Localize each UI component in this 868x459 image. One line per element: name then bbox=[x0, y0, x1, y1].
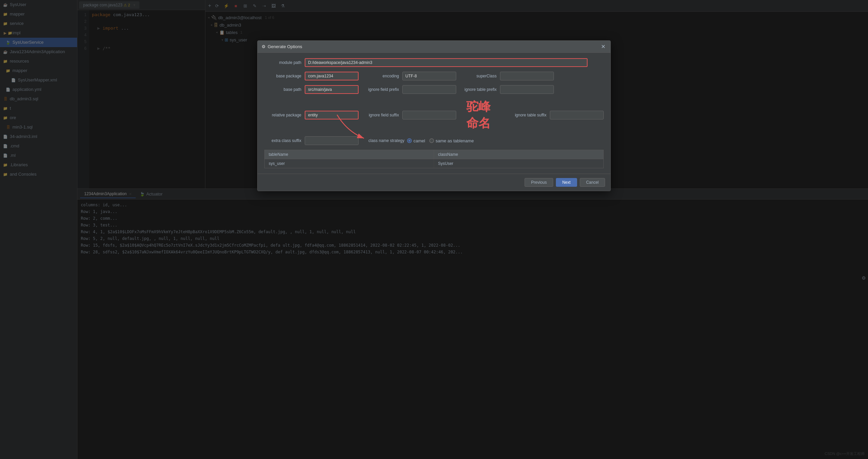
encoding-input[interactable] bbox=[402, 72, 456, 80]
radio-camel[interactable]: camel bbox=[407, 138, 425, 143]
table-header: tableName className bbox=[265, 150, 603, 159]
modal-icon: ⚙ bbox=[261, 44, 266, 49]
relative-package-row: relative package ignore field suffix 驼峰命… bbox=[264, 99, 604, 132]
super-class-input[interactable] bbox=[500, 72, 554, 80]
class-name-strategy-label: class name strategy bbox=[367, 138, 404, 143]
super-class-label: superClass bbox=[460, 74, 497, 78]
base-path-input[interactable] bbox=[305, 85, 359, 94]
previous-button[interactable]: Previous bbox=[525, 178, 553, 187]
module-path-input[interactable] bbox=[305, 58, 588, 67]
base-package-label: base package bbox=[264, 74, 301, 78]
radio-camel-label: camel bbox=[413, 138, 425, 143]
ignore-table-suffix-input[interactable] bbox=[550, 111, 604, 120]
ignore-field-prefix-label: ignore field prefix bbox=[362, 87, 399, 92]
generate-options-modal: ⚙ Generate Options ✕ module path base pa… bbox=[257, 40, 611, 191]
extra-class-suffix-label: extra class suffix bbox=[264, 138, 301, 143]
relative-package-label: relative package bbox=[264, 113, 301, 118]
base-package-row: base package encoding superClass bbox=[264, 72, 604, 80]
cancel-button[interactable]: Cancel bbox=[580, 178, 605, 187]
radio-same-as-tablename[interactable]: same as tablename bbox=[429, 138, 474, 143]
table-header-classname: className bbox=[434, 150, 603, 159]
table-header-tablename: tableName bbox=[265, 150, 434, 159]
annotation-container: 驼峰命名 bbox=[466, 99, 499, 132]
module-path-row: module path bbox=[264, 58, 604, 67]
class-name-strategy-container: class name strategy camel same as tablen… bbox=[367, 138, 474, 143]
modal-overlay: ⚙ Generate Options ✕ module path base pa… bbox=[0, 0, 868, 459]
module-path-label: module path bbox=[264, 60, 301, 65]
modal-close-button[interactable]: ✕ bbox=[600, 43, 607, 50]
modal-footer: Previous Next Cancel bbox=[257, 174, 611, 191]
radio-tablename-label: same as tablename bbox=[436, 138, 474, 143]
relative-package-input[interactable] bbox=[305, 111, 359, 120]
radio-camel-circle bbox=[407, 138, 412, 143]
encoding-label: encoding bbox=[362, 74, 399, 78]
extra-class-row: extra class suffix class name strategy c… bbox=[264, 136, 604, 145]
ignore-field-prefix-input[interactable] bbox=[402, 85, 456, 94]
ignore-table-suffix-label: ignore table suffix bbox=[509, 113, 547, 118]
radio-group-class-strategy: camel same as tablename bbox=[407, 138, 474, 143]
ignore-table-prefix-input[interactable] bbox=[500, 85, 554, 94]
radio-dot bbox=[408, 140, 410, 142]
table-row: sys_user SysUser bbox=[265, 159, 603, 168]
ignore-field-suffix-input[interactable] bbox=[402, 111, 456, 120]
modal-title-text: Generate Options bbox=[268, 44, 302, 49]
base-package-input[interactable] bbox=[305, 72, 359, 80]
next-button[interactable]: Next bbox=[556, 178, 577, 187]
modal-body: module path base package encoding superC… bbox=[257, 53, 611, 174]
base-path-label: base path bbox=[264, 87, 301, 92]
modal-title: ⚙ Generate Options bbox=[261, 44, 302, 49]
modal-header: ⚙ Generate Options ✕ bbox=[257, 41, 611, 53]
ignore-field-suffix-label: ignore field suffix bbox=[362, 113, 399, 118]
table-cell-tablename: sys_user bbox=[265, 159, 434, 168]
camel-annotation-text: 驼峰命名 bbox=[466, 99, 499, 132]
class-name-table: tableName className sys_user SysUser bbox=[264, 150, 604, 168]
base-path-row: base path ignore field prefix ignore tab… bbox=[264, 85, 604, 94]
table-cell-classname: SysUser bbox=[434, 159, 603, 168]
extra-class-suffix-input[interactable] bbox=[305, 136, 359, 145]
radio-tablename-circle bbox=[429, 138, 434, 143]
ignore-table-prefix-label: ignore table prefix bbox=[460, 87, 497, 92]
